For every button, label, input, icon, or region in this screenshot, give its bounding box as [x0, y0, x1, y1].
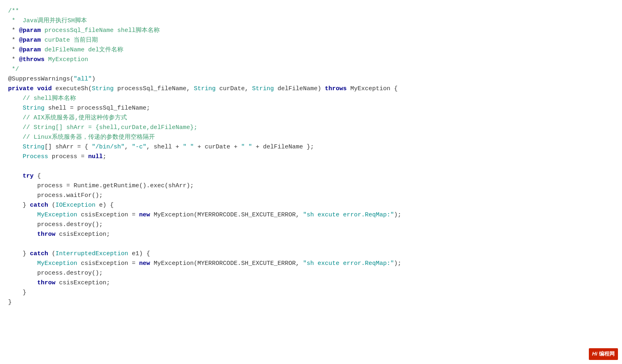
code-line-param1: * @param processSql_fileName shell脚本名称: [8, 26, 614, 36]
code-line-try: try {: [8, 171, 614, 181]
code-line-comment-start: /**: [8, 6, 614, 16]
code-line-runtime: process = Runtime.getRuntime().exec(shAr…: [8, 181, 614, 191]
code-line-method-sig: private void executeSh(String processSql…: [8, 84, 614, 94]
code-line-string-shell: String shell = processSql_fileName;: [8, 104, 614, 113]
code-viewer: /** * Java调用并执行SH脚本 * @param processSql_…: [0, 0, 622, 364]
code-line-myexception-2: MyException csisException = new MyExcept…: [8, 259, 614, 269]
code-line-close-catch: }: [8, 288, 614, 298]
code-line-sharr: String[] shArr = { "/bin/sh", "-c", shel…: [8, 142, 614, 152]
code-line-param2: * @param curDate 当前日期: [8, 36, 614, 45]
watermark-logo: Hi: [592, 350, 597, 358]
code-line-myexception-1: MyException csisException = new MyExcept…: [8, 210, 614, 220]
code-line-waitfor: process.waitFor();: [8, 191, 614, 201]
code-line-commented-1: // String[] shArr = {shell,curDate,delFi…: [8, 123, 614, 133]
code-line-catch-io: } catch (IOException e) {: [8, 201, 614, 210]
code-line-comment-end: */: [8, 65, 614, 74]
code-line-empty2: [8, 239, 614, 249]
code-line-throw-2: throw csisException;: [8, 278, 614, 288]
code-line-catch-interrupted: } catch (InterruptedException e1) {: [8, 249, 614, 259]
code-line-empty1: [8, 162, 614, 171]
code-line-aix-comment: // AIX系统服务器,使用这种传参方式: [8, 113, 614, 123]
code-line-param3: * @param delFileName del文件名称: [8, 45, 614, 55]
code-line-process-null: Process process = null;: [8, 152, 614, 162]
code-line-shell-comment: // shell脚本名称: [8, 94, 614, 104]
code-line-throws-doc: * @throws MyException: [8, 55, 614, 65]
code-line-throw-1: throw csisException;: [8, 230, 614, 239]
watermark-text: 编程网: [599, 350, 615, 358]
code-line-close-method: }: [8, 298, 614, 307]
code-line-destroy-1: process.destroy();: [8, 220, 614, 230]
code-line-linux-comment: // Linux系统服务器，传递的参数使用空格隔开: [8, 133, 614, 142]
code-line-comment-desc: * Java调用并执行SH脚本: [8, 16, 614, 26]
code-line-annotation: @SuppressWarnings("all"): [8, 74, 614, 84]
watermark-badge: Hi 编程网: [589, 348, 618, 360]
code-line-destroy-2: process.destroy();: [8, 269, 614, 278]
